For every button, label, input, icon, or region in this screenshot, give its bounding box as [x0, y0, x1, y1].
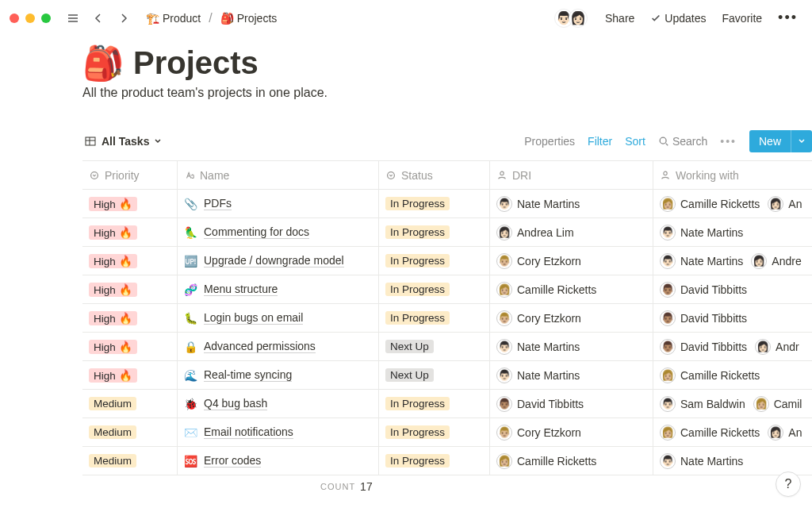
- cell-dri[interactable]: 👨🏼Cory Etzkorn: [490, 418, 653, 446]
- cell-name[interactable]: 🦜Commenting for docs: [178, 218, 379, 246]
- favorite-button[interactable]: Favorite: [718, 9, 768, 28]
- cell-priority[interactable]: Medium: [82, 418, 178, 446]
- sort-button[interactable]: Sort: [619, 132, 652, 151]
- cell-name[interactable]: 🐛Login bugs on email: [178, 304, 379, 332]
- cell-priority[interactable]: High 🔥: [82, 190, 178, 217]
- cell-dri[interactable]: 👨🏼Cory Etzkorn: [490, 247, 653, 275]
- maximize-window-button[interactable]: [41, 13, 51, 23]
- table-row[interactable]: High 🔥🧬Menu structureIn Progress👩🏼Camill…: [82, 275, 812, 304]
- cell-name[interactable]: 🆘Error codes: [178, 447, 379, 475]
- column-header-name[interactable]: Name: [178, 161, 379, 189]
- new-button[interactable]: New: [749, 130, 812, 152]
- cell-working-with[interactable]: 👩🏼Camille Ricketts👩🏻An: [653, 190, 812, 217]
- cell-name[interactable]: 🔒Advanced permissions: [178, 333, 379, 360]
- filter-button[interactable]: Filter: [581, 132, 619, 151]
- cell-status[interactable]: In Progress: [379, 190, 490, 217]
- back-button[interactable]: [89, 9, 108, 28]
- cell-status[interactable]: In Progress: [379, 275, 490, 303]
- cell-dri[interactable]: 👩🏻Andrea Lim: [490, 218, 653, 246]
- cell-name[interactable]: 📎PDFs: [178, 190, 379, 217]
- cell-dri[interactable]: 👨🏼Cory Etzkorn: [490, 304, 653, 332]
- cell-dri[interactable]: 👨🏻Nate Martins: [490, 190, 653, 217]
- cell-priority[interactable]: High 🔥: [82, 275, 178, 303]
- share-button[interactable]: Share: [600, 9, 639, 28]
- page-icon[interactable]: 🎒: [82, 44, 124, 83]
- updates-button[interactable]: Updates: [645, 9, 710, 28]
- cell-priority[interactable]: High 🔥: [82, 361, 178, 389]
- cell-dri[interactable]: 👨🏻Nate Martins: [490, 361, 653, 389]
- cell-name[interactable]: 🆙Upgrade / downgrade model: [178, 247, 379, 275]
- avatar: 👩🏼: [496, 453, 512, 469]
- cell-priority[interactable]: Medium: [82, 447, 178, 475]
- cell-status[interactable]: In Progress: [379, 390, 490, 418]
- page-title-row: 🎒 Projects: [82, 44, 812, 83]
- menu-icon[interactable]: [63, 9, 82, 28]
- person-name: Camille Ricketts: [680, 426, 760, 439]
- cell-priority[interactable]: High 🔥: [82, 218, 178, 246]
- table-row[interactable]: High 🔥🌊Real-time syncingNext Up👨🏻Nate Ma…: [82, 361, 812, 390]
- avatar: 👨🏼: [496, 310, 512, 326]
- table-row[interactable]: High 🔥🆙Upgrade / downgrade modelIn Progr…: [82, 247, 812, 275]
- cell-priority[interactable]: Medium: [82, 390, 178, 418]
- page-title[interactable]: Projects: [133, 45, 259, 81]
- cell-name[interactable]: 🌊Real-time syncing: [178, 361, 379, 389]
- row-icon: 🐞: [184, 398, 197, 410]
- cell-name[interactable]: ✉️Email notifications: [178, 418, 379, 446]
- cell-priority[interactable]: High 🔥: [82, 247, 178, 275]
- table-footer: COUNT 17: [82, 475, 812, 493]
- cell-dri[interactable]: 👩🏼Camille Ricketts: [490, 447, 653, 475]
- column-header-status[interactable]: Status: [379, 161, 490, 189]
- table-row[interactable]: Medium✉️Email notificationsIn Progress👨🏼…: [82, 418, 812, 447]
- cell-dri[interactable]: 👨🏽David Tibbitts: [490, 390, 653, 418]
- cell-priority[interactable]: High 🔥: [82, 333, 178, 360]
- view-more-button[interactable]: •••: [714, 132, 743, 151]
- page-subtitle[interactable]: All the product team's projects in one p…: [82, 86, 812, 100]
- row-name: Commenting for docs: [204, 225, 309, 239]
- table-row[interactable]: High 🔥🐛Login bugs on emailIn Progress👨🏼C…: [82, 304, 812, 333]
- cell-dri[interactable]: 👨🏻Nate Martins: [490, 333, 653, 360]
- search-button[interactable]: Search: [652, 132, 714, 151]
- cell-status[interactable]: Next Up: [379, 333, 490, 360]
- cell-name[interactable]: 🐞Q4 bug bash: [178, 390, 379, 418]
- close-window-button[interactable]: [10, 13, 19, 23]
- column-header-priority[interactable]: Priority: [82, 161, 178, 189]
- cell-working-with[interactable]: 👨🏽David Tibbitts: [653, 304, 812, 332]
- cell-status[interactable]: In Progress: [379, 218, 490, 246]
- cell-status[interactable]: In Progress: [379, 447, 490, 475]
- cell-working-with[interactable]: 👨🏻Sam Baldwin👩🏼Camil: [653, 390, 812, 418]
- minimize-window-button[interactable]: [25, 13, 35, 23]
- table-row[interactable]: High 🔥🦜Commenting for docsIn Progress👩🏻A…: [82, 218, 812, 247]
- window-controls: [10, 13, 51, 23]
- cell-status[interactable]: In Progress: [379, 418, 490, 446]
- cell-working-with[interactable]: 👨🏽David Tibbitts: [653, 275, 812, 303]
- cell-working-with[interactable]: 👩🏼Camille Ricketts👩🏻An: [653, 418, 812, 446]
- table-row[interactable]: Medium🐞Q4 bug bashIn Progress👨🏽David Tib…: [82, 390, 812, 418]
- breadcrumb-item-projects[interactable]: 🎒 Projects: [217, 10, 281, 26]
- new-button-dropdown[interactable]: [791, 130, 812, 152]
- column-header-dri[interactable]: DRI: [490, 161, 653, 189]
- cell-name[interactable]: 🧬Menu structure: [178, 275, 379, 303]
- column-header-working-with[interactable]: Working with: [653, 161, 812, 189]
- cell-working-with[interactable]: 👨🏻Nate Martins: [653, 447, 812, 475]
- cell-status[interactable]: Next Up: [379, 361, 490, 389]
- view-switcher[interactable]: All Tasks: [82, 132, 163, 151]
- cell-status[interactable]: In Progress: [379, 247, 490, 275]
- forward-button[interactable]: [114, 9, 133, 28]
- properties-button[interactable]: Properties: [518, 132, 581, 151]
- cell-working-with[interactable]: 👨🏻Nate Martins: [653, 218, 812, 246]
- table-row[interactable]: High 🔥📎PDFsIn Progress👨🏻Nate Martins👩🏼Ca…: [82, 190, 812, 218]
- table-row[interactable]: Medium🆘Error codesIn Progress👩🏼Camille R…: [82, 447, 812, 475]
- more-menu-button[interactable]: •••: [773, 6, 802, 29]
- cell-working-with[interactable]: 👩🏼Camille Ricketts: [653, 361, 812, 389]
- cell-working-with[interactable]: 👨🏻Nate Martins👩🏻Andre: [653, 247, 812, 275]
- cell-working-with[interactable]: 👨🏽David Tibbitts👩🏻Andr: [653, 333, 812, 360]
- collaborator-avatars[interactable]: 👨🏻 👩🏻: [554, 9, 588, 28]
- cell-dri[interactable]: 👩🏼Camille Ricketts: [490, 275, 653, 303]
- table-row[interactable]: High 🔥🔒Advanced permissionsNext Up👨🏻Nate…: [82, 333, 812, 361]
- cell-priority[interactable]: High 🔥: [82, 304, 178, 332]
- person-icon: [660, 170, 671, 181]
- breadcrumb-item-product[interactable]: 🏗️ Product: [143, 10, 204, 26]
- help-button[interactable]: ?: [776, 471, 801, 497]
- cell-status[interactable]: In Progress: [379, 304, 490, 332]
- status-tag: In Progress: [385, 425, 450, 439]
